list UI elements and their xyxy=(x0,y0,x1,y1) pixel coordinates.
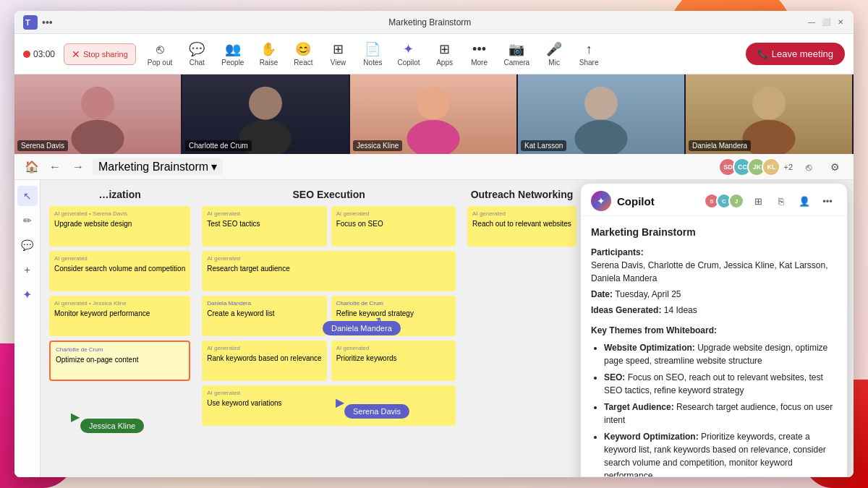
note-prioritize[interactable]: AI generated Prioritize keywords xyxy=(331,341,456,381)
note-keyword-list[interactable]: Daniela Mandera Create a keyword list xyxy=(202,296,326,336)
note-monitor[interactable]: AI generated • Jessica Kline Monitor key… xyxy=(49,296,190,336)
copilot-body: Marketing Brainstorm Participants: Seren… xyxy=(581,216,847,476)
ai-badge-3: AI generated • Jessica Kline xyxy=(54,300,185,307)
outreach-notes: AI generated Reach out to relevant websi… xyxy=(467,206,576,247)
date-label: Date: xyxy=(591,289,613,299)
svg-point-8 xyxy=(584,87,618,120)
leave-meeting-button[interactable]: 📞 Leave meeting xyxy=(746,43,845,65)
share-label: Share xyxy=(579,59,599,67)
participants-bar: 🏠 ← → Marketing Brainstorm ▾ SD CC JK KL… xyxy=(14,154,854,180)
themes-list: Website Optimization: Upgrade website de… xyxy=(591,341,837,476)
share-button[interactable]: ↑ Share xyxy=(573,39,605,69)
charlotte-label: Charlotte de Crum xyxy=(185,140,252,151)
copilot-more-button[interactable]: ••• xyxy=(818,192,837,210)
forward-button[interactable]: → xyxy=(69,158,87,176)
note-research-target[interactable]: AI generated Research target audience xyxy=(202,251,456,291)
recording-indicator: 03:00 xyxy=(23,49,55,59)
maximize-button[interactable]: ⬜ xyxy=(822,18,830,27)
generated-from: Generated from Marketing Brainstorm Whit… xyxy=(581,476,847,477)
jessica-bubble: Jessica Kline xyxy=(80,419,144,433)
apps-button[interactable]: ⊞ Apps xyxy=(429,38,461,69)
back-button[interactable]: ← xyxy=(46,158,64,176)
pop-out-label: Pop out xyxy=(148,59,172,67)
video-thumb-daniela[interactable]: Daniela Mandera xyxy=(686,74,854,154)
copilot-wb-icon[interactable]: ✦ xyxy=(17,284,38,304)
copilot-panel: ✦ Copilot S C J ⊞ ⎘ 👤 ••• Marketing Brai… xyxy=(580,183,848,477)
chat-button[interactable]: 💬 Chat xyxy=(181,38,213,69)
note-upgrade[interactable]: AI generated • Serena Davis Upgrade webs… xyxy=(49,206,190,247)
copilot-grid-button[interactable]: ⊞ xyxy=(749,192,767,210)
view-icon: ⊞ xyxy=(333,41,344,57)
copilot-person-button[interactable]: 👤 xyxy=(795,192,814,210)
pencil-tool[interactable]: ✏ xyxy=(17,210,38,231)
title-bar: T ••• Marketing Brainstorm — ⬜ ✕ xyxy=(14,11,854,34)
ai-badge-2: AI generated xyxy=(54,255,185,262)
video-thumb-serena[interactable]: Serena Davis xyxy=(14,74,182,154)
seo-notes-grid: AI generated Test SEO tactics AI generat… xyxy=(202,206,456,426)
author-charlotte: Charlotte de Crum xyxy=(336,300,451,307)
note-test-seo[interactable]: AI generated Test SEO tactics xyxy=(202,206,326,247)
ai-badge-seo3: AI generated xyxy=(207,255,451,262)
themes-title: Key Themes from Whiteboard: xyxy=(591,324,837,337)
serena-label: Serena Davis xyxy=(17,140,68,151)
react-button[interactable]: 😊 React xyxy=(287,38,319,69)
pop-out-button[interactable]: ⎋ Pop out xyxy=(142,39,178,69)
home-button[interactable]: 🏠 xyxy=(23,158,41,176)
note-optimize-page[interactable]: Charlotte de Crum Optimize on-page conte… xyxy=(49,341,190,381)
teams-menu-dots[interactable]: ••• xyxy=(42,17,53,28)
video-thumb-kat[interactable]: Kat Larsson xyxy=(518,74,686,154)
pop-out-icon: ⎋ xyxy=(156,42,164,57)
col-seo-header: SEO Execution xyxy=(202,189,456,200)
note-keyword-variations[interactable]: AI generated Use keyword variations xyxy=(202,385,456,426)
close-button[interactable]: ✕ xyxy=(836,18,845,27)
more-button[interactable]: ••• More xyxy=(464,39,495,69)
video-thumb-jessica[interactable]: Jessica Kline xyxy=(350,74,518,154)
copilot-date-value: Tuesday, April 25 xyxy=(615,289,681,299)
note-focus-seo[interactable]: AI generated Focus on SEO xyxy=(331,206,456,247)
notes-button[interactable]: 📄 Notes xyxy=(357,38,388,69)
mic-button[interactable]: 🎤 Mic xyxy=(538,38,570,69)
copilot-panel-title: Copilot xyxy=(617,195,655,207)
breadcrumb[interactable]: Marketing Brainstorm ▾ xyxy=(93,158,223,175)
select-tool[interactable]: ↖ xyxy=(17,186,38,206)
kat-label: Kat Larsson xyxy=(521,140,566,151)
react-label: React xyxy=(294,59,312,67)
breadcrumb-chevron-icon: ▾ xyxy=(211,160,217,174)
note-reach-out[interactable]: AI generated Reach out to relevant websi… xyxy=(467,206,576,247)
view-button[interactable]: ⊞ View xyxy=(322,38,354,69)
note-rank-keywords[interactable]: AI generated Rank keywords based on rele… xyxy=(202,341,326,381)
view-label: View xyxy=(331,59,346,67)
left-toolbar: ↖ ✏ 💬 + ✦ xyxy=(14,180,41,477)
note-search-volume[interactable]: AI generated Consider search volume and … xyxy=(49,251,190,291)
stop-sharing-button[interactable]: ✕ Stop sharing xyxy=(64,43,136,65)
notes-icon: 📄 xyxy=(365,41,380,57)
video-thumb-charlotte[interactable]: Charlotte de Crum xyxy=(182,74,350,154)
camera-label: Camera xyxy=(504,59,530,67)
more-label: More xyxy=(471,59,488,67)
ai-badge-seo1: AI generated xyxy=(207,210,321,218)
leave-phone-icon: 📞 xyxy=(757,48,769,59)
raise-button[interactable]: ✋ Raise xyxy=(252,38,284,69)
people-button[interactable]: 👥 People xyxy=(216,38,250,69)
svg-point-3 xyxy=(71,120,124,154)
camera-button[interactable]: 📷 Camera xyxy=(498,38,536,69)
ai-badge-out1: AI generated xyxy=(472,210,571,218)
copilot-button[interactable]: ✦ Copilot xyxy=(391,38,425,69)
copilot-copy-button[interactable]: ⎘ xyxy=(772,192,791,210)
mic-label: Mic xyxy=(548,59,560,67)
copilot-avatar-group: S C J xyxy=(704,193,744,209)
sticky-tool[interactable]: + xyxy=(17,260,38,280)
author-daniela: Daniela Mandera xyxy=(207,300,321,307)
comment-tool[interactable]: 💬 xyxy=(17,235,38,255)
minimize-button[interactable]: — xyxy=(807,18,816,27)
mic-icon: 🎤 xyxy=(546,41,562,57)
more-icon: ••• xyxy=(472,42,486,57)
ai-badge: AI generated • Serena Davis xyxy=(54,210,185,218)
share-link-icon[interactable]: ⎋ xyxy=(799,157,819,177)
settings-icon[interactable]: ⚙ xyxy=(825,157,845,177)
ideas-label: Ideas Generated: xyxy=(591,305,661,315)
teams-window: T ••• Marketing Brainstorm — ⬜ ✕ 03:00 ✕… xyxy=(14,11,854,477)
copilot-label: Copilot xyxy=(397,59,420,67)
svg-point-10 xyxy=(752,87,786,120)
theme-target: Target Audience: Research target audienc… xyxy=(604,401,837,427)
